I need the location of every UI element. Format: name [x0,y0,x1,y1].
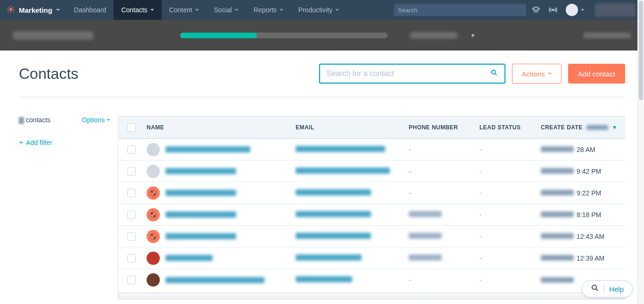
nav-item-label: Contacts [121,6,147,14]
setup-progress-bar [0,20,644,51]
scrollbar-thumb[interactable] [639,1,643,100]
top-nav: Marketing DashboardContactsContentSocial… [0,0,644,20]
chevron-down-icon [235,9,239,11]
svg-point-6 [151,212,153,214]
actions-button[interactable]: Actions [512,64,561,84]
nav-item-social[interactable]: Social [206,0,246,20]
col-date-header[interactable]: CREATE DATE ▼ [541,124,625,131]
phone-redacted [409,211,442,217]
contact-name-redacted[interactable] [165,255,213,261]
options-menu[interactable]: Options [82,116,110,124]
phone-cell [409,233,479,240]
broadcast-icon[interactable] [549,6,557,14]
contact-search-input[interactable] [327,69,490,78]
table-row[interactable]: -12:43 AM [118,226,625,247]
lead-status-cell: - [479,211,541,219]
create-date-redacted [541,190,574,195]
select-all-checkbox[interactable] [127,123,136,132]
svg-point-2 [491,70,495,74]
options-label: Options [82,116,105,124]
page-title: Contacts [19,65,78,83]
chevron-down-icon [107,119,110,121]
contact-name-redacted[interactable] [165,190,236,196]
table-row[interactable]: -- [118,269,625,291]
col-date-redacted [586,125,608,130]
contact-email-redacted[interactable] [296,233,371,239]
search-icon[interactable] [490,69,498,78]
contact-email-redacted[interactable] [296,254,362,261]
row-checkbox[interactable] [127,189,136,197]
contact-name-redacted[interactable] [165,233,236,239]
row-checkbox[interactable] [127,167,136,176]
phone-cell [409,211,479,219]
horizontal-scrollbar[interactable] [118,293,625,299]
global-search-input[interactable] [398,7,522,14]
col-email-header[interactable]: EMAIL [296,124,409,131]
account-menu[interactable] [566,4,585,16]
nav-item-contacts[interactable]: Contacts [114,0,161,20]
phone-cell: - [409,276,479,284]
lead-status-cell: - [479,233,541,240]
contact-email-redacted[interactable] [296,276,352,282]
help-widget[interactable]: Help [582,280,633,297]
avatar [147,252,160,265]
nav-item-dashboard[interactable]: Dashboard [66,0,114,20]
row-checkbox[interactable] [127,232,136,241]
contact-email-redacted[interactable] [296,189,371,195]
nav-item-content[interactable]: Content [162,0,206,20]
row-checkbox[interactable] [127,211,136,219]
vertical-scrollbar[interactable] [637,0,644,304]
row-checkbox[interactable] [127,145,136,154]
col-lead-header[interactable]: LEAD STATUS [479,124,541,131]
lead-status-cell: - [479,189,541,197]
contact-email-redacted[interactable] [296,168,390,174]
table-row[interactable]: -12:39 AM [118,247,625,269]
nav-item-label: Productivity [298,6,332,14]
phone-cell: - [409,146,479,153]
show-steps-redacted[interactable] [410,32,457,39]
add-filter-button[interactable]: + Add filter [19,139,110,146]
svg-point-9 [151,234,153,236]
avatar [147,273,160,287]
nav-item-label: Reports [254,6,277,14]
global-search[interactable] [394,4,526,16]
contact-search[interactable] [319,64,505,84]
create-date-redacted [541,146,574,152]
create-date-redacted [541,168,574,174]
contacts-count-label: contacts [26,116,50,124]
svg-point-5 [150,190,156,196]
create-date-redacted [541,277,574,283]
setup-progress-fill [180,33,257,38]
table-row[interactable]: --9:42 PM [118,160,625,182]
col-name-header[interactable]: NAME [145,124,296,131]
add-filter-label: Add filter [26,139,52,146]
phone-cell: - [409,189,479,197]
col-phone-header[interactable]: PHONE NUMBER [409,124,479,131]
avatar-icon [566,4,578,16]
nav-item-productivity[interactable]: Productivity [291,0,347,20]
chevron-down-icon [150,9,154,11]
table-row[interactable]: -8:18 PM [118,204,625,226]
contact-email-redacted[interactable] [296,146,385,152]
contact-name-redacted[interactable] [165,277,264,283]
nav-item-reports[interactable]: Reports [246,0,291,20]
sort-desc-icon: ▼ [612,124,618,131]
chevron-down-icon [548,73,552,75]
add-contact-button[interactable]: Add contact [568,64,625,84]
contact-email-redacted[interactable] [296,211,371,217]
avatar [147,208,160,221]
nav-brand[interactable]: Marketing [0,5,66,15]
account-id-redacted [595,3,636,17]
lead-status-cell: - [479,254,541,262]
contact-name-redacted[interactable] [165,146,250,152]
phone-redacted [409,254,442,261]
row-checkbox[interactable] [127,276,136,284]
table-row[interactable]: --28 AM [118,139,625,160]
row-checkbox[interactable] [127,254,136,262]
table-row[interactable]: --9:22 PM [118,182,625,204]
contact-name-redacted[interactable] [165,211,236,218]
academy-icon[interactable] [532,6,540,14]
contact-name-redacted[interactable] [165,168,236,174]
chevron-down-icon [195,9,199,11]
create-date-redacted [541,211,574,217]
